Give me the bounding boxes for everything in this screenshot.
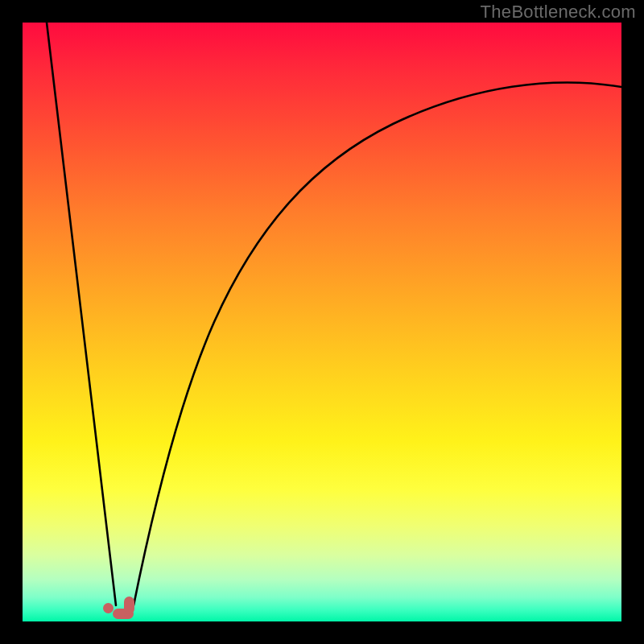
watermark-text: TheBottleneck.com	[481, 2, 636, 23]
plot-area	[23, 23, 621, 621]
curve-left-branch	[47, 23, 116, 605]
optimum-marker-stem	[124, 597, 134, 614]
optimum-marker	[103, 597, 138, 621]
chart-frame: TheBottleneck.com	[0, 0, 644, 644]
curve-right-branch	[134, 83, 621, 605]
bottleneck-curve	[23, 23, 621, 621]
optimum-marker-dot	[103, 603, 114, 613]
